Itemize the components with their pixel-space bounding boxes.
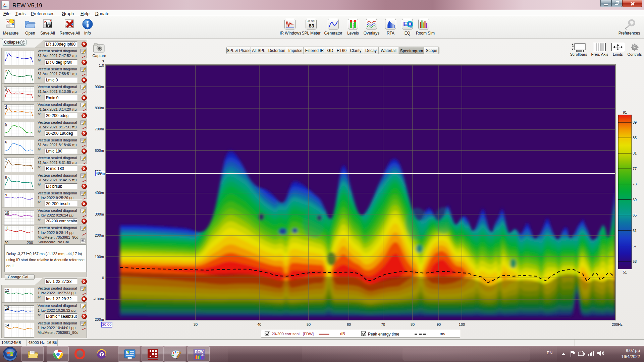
- svg-text:0: 0: [353, 20, 354, 22]
- svg-text:V5.1: V5.1: [201, 354, 205, 356]
- svg-text:REW: REW: [195, 350, 204, 354]
- svg-text:9: 9: [353, 27, 354, 29]
